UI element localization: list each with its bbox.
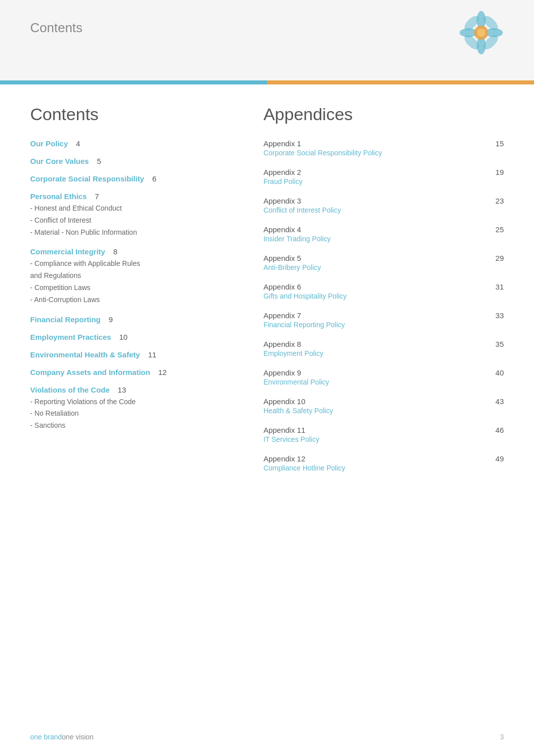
toc-subitems: - Honest and Ethical Conduct- Conflict o… <box>30 203 243 238</box>
appendix-item: Appendix 219Fraud Policy <box>263 168 504 185</box>
flower-icon <box>459 10 504 55</box>
toc-item-row: Company Assets and Information12 <box>30 368 243 376</box>
toc-subitem: - Reporting Violations of the Code <box>30 396 243 408</box>
toc-subitem: - No Retaliation <box>30 408 243 420</box>
toc-subitem: and Regulations <box>30 270 243 282</box>
appendix-subtitle: Compliance Hotline Policy <box>263 464 504 472</box>
appendix-page: 35 <box>495 340 504 348</box>
appendix-subtitle: Insider Trading Policy <box>263 235 504 243</box>
toc-subitems: - Reporting Violations of the Code- No R… <box>30 396 243 432</box>
toc-subitem: - Material - Non Public Information <box>30 227 243 239</box>
toc-item: Employment Practices10 <box>30 333 243 341</box>
appendix-subtitle: Gifts and Hospitality Policy <box>263 292 504 300</box>
appendix-page: 23 <box>495 197 504 205</box>
appendix-item-row: Appendix 835 <box>263 340 504 348</box>
toc-item: Violations of the Code13- Reporting Viol… <box>30 386 243 432</box>
brand-highlight: one brand <box>30 733 62 741</box>
appendix-page: 19 <box>495 168 504 176</box>
toc-item-title: Corporate Social Responsibility <box>30 174 144 183</box>
contents-heading: Contents <box>30 105 243 124</box>
toc-item-row: Environmental Health & Safety11 <box>30 350 243 359</box>
toc-item: Commercial Integrity8- Compliance with A… <box>30 247 243 306</box>
appendix-item-row: Appendix 1146 <box>263 426 504 434</box>
toc-subitem: - Conflict of Interest <box>30 215 243 227</box>
toc-item-row: Employment Practices10 <box>30 333 243 341</box>
appendix-page: 49 <box>495 454 504 463</box>
appendix-item-row: Appendix 425 <box>263 225 504 234</box>
toc-item-title: Environmental Health & Safety <box>30 350 140 359</box>
appendix-page: 15 <box>495 139 504 148</box>
appendix-number: Appendix 10 <box>263 397 305 406</box>
appendix-item-row: Appendix 115 <box>263 139 504 148</box>
appendix-page: 43 <box>495 397 504 406</box>
footer: one brandone vision 3 <box>30 733 504 741</box>
toc-item-page: 4 <box>76 139 80 148</box>
appendix-page: 33 <box>495 311 504 320</box>
toc-subitem: - Anti-Corruption Laws <box>30 294 243 306</box>
toc-item-page: 7 <box>95 192 99 201</box>
toc-item: Our Policy4 <box>30 139 243 148</box>
main-content: Contents Our Policy4Our Core Values5Corp… <box>0 84 534 513</box>
appendix-number: Appendix 11 <box>263 426 305 434</box>
appendix-number: Appendix 1 <box>263 139 301 148</box>
appendix-page: 40 <box>495 368 504 377</box>
toc-subitem: - Competition Laws <box>30 282 243 294</box>
appendix-subtitle: Corporate Social Responsibility Policy <box>263 149 504 157</box>
footer-brand: one brandone vision <box>30 733 94 741</box>
contents-column: Contents Our Policy4Our Core Values5Corp… <box>30 105 243 483</box>
appendix-subtitle: Environmental Policy <box>263 378 504 386</box>
toc-item-page: 8 <box>113 247 117 256</box>
toc-item-row: Our Core Values5 <box>30 157 243 165</box>
appendix-item: Appendix 323Conflict of Interest Policy <box>263 197 504 214</box>
appendix-item: Appendix 940Environmental Policy <box>263 368 504 386</box>
toc-item-title: Financial Reporting <box>30 315 101 324</box>
appendix-item-row: Appendix 219 <box>263 168 504 176</box>
divider-left <box>0 80 267 84</box>
appendix-item-row: Appendix 733 <box>263 311 504 320</box>
toc-item: Our Core Values5 <box>30 157 243 165</box>
toc-item-page: 13 <box>118 386 126 394</box>
appendix-number: Appendix 7 <box>263 311 301 320</box>
appendix-page: 25 <box>495 225 504 234</box>
appendix-page: 31 <box>495 282 504 291</box>
toc-list: Our Policy4Our Core Values5Corporate Soc… <box>30 139 243 432</box>
appendix-item: Appendix 733Financial Reporting Policy <box>263 311 504 329</box>
appendix-number: Appendix 4 <box>263 225 301 234</box>
toc-subitem: - Honest and Ethical Conduct <box>30 203 243 215</box>
appendix-subtitle: Employment Policy <box>263 349 504 357</box>
appendix-item: Appendix 425Insider Trading Policy <box>263 225 504 243</box>
appendix-subtitle: Anti-Bribery Policy <box>263 263 504 271</box>
header: Contents <box>0 0 534 80</box>
appendix-item: Appendix 1146IT Services Policy <box>263 426 504 443</box>
appendix-subtitle: Health & Safety Policy <box>263 407 504 415</box>
appendix-page: 29 <box>495 254 504 262</box>
appendices-column: Appendices Appendix 115Corporate Social … <box>263 105 504 483</box>
appendix-item-row: Appendix 529 <box>263 254 504 262</box>
toc-item-title: Company Assets and Information <box>30 368 150 376</box>
toc-subitems: - Compliance with Applicable Rules and R… <box>30 258 243 306</box>
appendix-item: Appendix 115Corporate Social Responsibil… <box>263 139 504 157</box>
toc-item-page: 11 <box>148 350 156 359</box>
brand-end: one vision <box>62 733 94 741</box>
toc-item-page: 6 <box>152 174 156 183</box>
page-title: Contents <box>30 20 504 36</box>
appendices-heading: Appendices <box>263 105 504 124</box>
toc-item-title: Violations of the Code <box>30 386 110 394</box>
toc-item: Personal Ethics7- Honest and Ethical Con… <box>30 192 243 238</box>
appendix-subtitle: Fraud Policy <box>263 177 504 185</box>
appendix-item: Appendix 529Anti-Bribery Policy <box>263 254 504 271</box>
appendix-number: Appendix 8 <box>263 340 301 348</box>
appendix-item: Appendix 1043Health & Safety Policy <box>263 397 504 415</box>
toc-subitem: - Sanctions <box>30 420 243 432</box>
divider-right <box>267 80 534 84</box>
appendix-number: Appendix 6 <box>263 282 301 291</box>
toc-item-title: Personal Ethics <box>30 192 87 201</box>
appendix-item-row: Appendix 1043 <box>263 397 504 406</box>
appendix-number: Appendix 12 <box>263 454 305 463</box>
appendix-item: Appendix 1249Compliance Hotline Policy <box>263 454 504 472</box>
toc-item-row: Personal Ethics7 <box>30 192 243 201</box>
toc-item-page: 5 <box>97 157 101 165</box>
divider-bar <box>0 80 534 84</box>
footer-page-number: 3 <box>500 733 504 741</box>
appendix-item: Appendix 631Gifts and Hospitality Policy <box>263 282 504 300</box>
